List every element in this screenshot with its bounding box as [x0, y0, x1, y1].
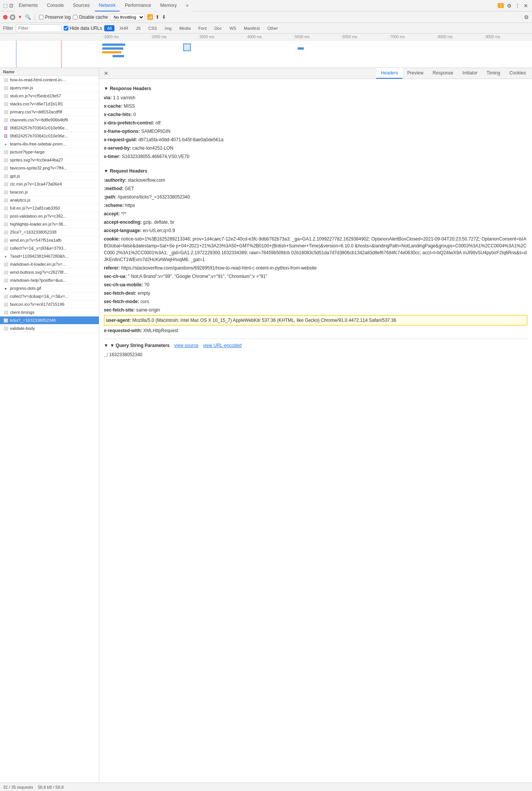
file-icon-gpt: ⬜ [3, 173, 8, 179]
file-item[interactable]: ⬜ 29ce?_=1632338052338 [0, 228, 99, 236]
file-icon-mdhelp: ⬜ [3, 278, 8, 283]
filter-btn-media[interactable]: Media [177, 25, 193, 31]
tab-headers[interactable]: Headers [376, 68, 403, 79]
search-button[interactable]: 🔍 [25, 14, 31, 20]
tab-elements[interactable]: Elements [15, 0, 42, 11]
wifi-icon: 📶 [147, 14, 153, 20]
file-item[interactable]: ⬜ primary.css?v=ddf152acdf9f [0, 108, 99, 116]
tab-preview[interactable]: Preview [403, 68, 428, 79]
file-item[interactable]: ⬜ analytics.js [0, 196, 99, 204]
file-item[interactable]: ⬜ beacon.js [0, 188, 99, 196]
request-headers-section[interactable]: ▼ Request Headers [104, 168, 527, 174]
file-item[interactable]: ⬜ favicons-sprite32.png?v=7ff4... [0, 164, 99, 172]
disable-cache-checkbox[interactable] [73, 15, 77, 19]
preserve-log-label[interactable]: Preserve log [39, 15, 71, 20]
file-item[interactable]: 🖼 0fd024257b703641c010e96e... [0, 124, 99, 132]
hide-data-urls-checkbox[interactable] [64, 26, 68, 31]
file-item[interactable]: ▸ progress-dots.gif [0, 284, 99, 292]
devtools-cursor-icon[interactable]: ⬚ [3, 3, 8, 8]
file-item[interactable]: ⬜ channels.css?v=8d8e906b4bf9 [0, 116, 99, 124]
tab-performance[interactable]: Performance [121, 0, 155, 11]
filter-btn-xhr[interactable]: XHR [117, 25, 131, 31]
file-item[interactable]: ⬜ post-validation.en.js?v=c362... [0, 212, 99, 220]
response-headers-section[interactable]: ▼ Response Headers [104, 86, 527, 91]
file-item[interactable]: ⬜ stub.en.js?v=cf5edcd19e57 [0, 92, 99, 100]
upload-icon[interactable]: ⬆ [155, 14, 160, 20]
file-item[interactable]: ⬜ how-to-read-html-content-in-... [0, 76, 99, 84]
filter-btn-js[interactable]: JS [133, 25, 143, 31]
hide-data-urls-label[interactable]: Hide data URLs [64, 26, 102, 31]
view-url-encoded-link[interactable]: view URL-encoded [203, 343, 242, 348]
file-item[interactable]: ⬜ jquery.min.js [0, 84, 99, 92]
file-item[interactable]: ⬜ client-timings [0, 308, 99, 316]
devtools-device-icon[interactable]: ⊡ [9, 3, 13, 8]
close-icon[interactable]: ✕ [523, 3, 529, 9]
tab-console[interactable]: Console [43, 0, 68, 11]
header-x-requested-with: x-requested-with: XMLHttpRequest [104, 326, 527, 335]
file-item[interactable]: ⬜ gpt.js [0, 172, 99, 180]
file-item[interactable]: ⬜ highlightjs-loader.en.js?v=38... [0, 220, 99, 228]
file-item[interactable]: ⬜ favicon.ico?v=ec617d715196 [0, 300, 99, 308]
file-item[interactable]: ▸ teams-illo-free-sidebar-prom... [0, 140, 99, 148]
file-item[interactable]: ⬜ sprites.svg?v=fcc0ea44ba27 [0, 156, 99, 164]
response-arrow-icon: ▼ [104, 86, 108, 91]
file-item[interactable]: ⬜ collect?v=dc&aip=1&_r=3&v=... [0, 292, 99, 300]
tab-sources[interactable]: Sources [69, 0, 94, 11]
file-item[interactable]: ⬜ markdown-it-loader.en.js?v=... [0, 260, 99, 268]
tab-more[interactable]: » [182, 0, 192, 11]
settings-icon[interactable]: ⚙ [506, 3, 512, 9]
filter-btn-doc[interactable]: Doc [212, 25, 225, 31]
record-button[interactable] [3, 15, 8, 19]
filter-input[interactable] [16, 24, 61, 32]
settings-icon-2[interactable]: ⚙ [524, 14, 529, 20]
throttle-select[interactable]: No throttling [110, 14, 145, 21]
more-icon[interactable]: ⋮ [514, 3, 521, 9]
tab-initiator[interactable]: Initiator [458, 68, 482, 79]
disable-cache-label[interactable]: Disable cache [73, 15, 108, 20]
filter-btn-manifest[interactable]: Manifest [241, 25, 263, 31]
right-panel: ✕ Headers Preview Response Initiator Tim… [99, 68, 532, 783]
view-source-link[interactable]: view source [174, 343, 198, 348]
tab-cookies[interactable]: Cookies [505, 68, 530, 79]
file-item[interactable]: ▸ ?asid=1109423819467280&h... [0, 252, 99, 260]
file-item[interactable]: ⬜ wmd.en.js?v=547f51ea1afb [0, 236, 99, 244]
close-panel-button[interactable]: ✕ [101, 69, 111, 78]
filter-btn-ws[interactable]: WS [227, 25, 239, 31]
clear-button[interactable] [10, 15, 15, 20]
file-icon-html: ⬜ [3, 77, 8, 82]
tab-timing[interactable]: Timing [482, 68, 505, 79]
timeline-red-cursor [61, 40, 61, 68]
header-xserved-by: x-served-by: cache-lon4252-LON [104, 144, 527, 152]
tab-memory[interactable]: Memory [156, 0, 181, 11]
filter-btn-img[interactable]: Img [162, 25, 174, 31]
file-icon-mdit: ⬜ [3, 262, 8, 267]
filter-btn-font[interactable]: Font [196, 25, 210, 31]
filter-btn-other[interactable]: Other [265, 25, 281, 31]
file-item[interactable]: ⬜ collect?v=1&_v=j93&a=3793... [0, 244, 99, 252]
file-item[interactable]: ⬜ clc.min.js?v=13ca473a06e4 [0, 180, 99, 188]
filter-btn-all[interactable]: All [104, 25, 114, 31]
file-item[interactable]: ⬜ picture?type=large [0, 148, 99, 156]
file-item[interactable]: ⬜ markdown-help?postfix=&us... [0, 276, 99, 284]
file-icon-img: 🖼 [3, 125, 8, 131]
tab-network[interactable]: Network [95, 0, 119, 11]
file-item[interactable]: ⬜ stacks.css?v=d6e71d1b13f1 [0, 100, 99, 108]
tab-response[interactable]: Response [428, 68, 458, 79]
file-item[interactable]: 🖼 0fd024257b703641c010e96e... [0, 132, 99, 140]
preserve-log-checkbox[interactable] [39, 15, 44, 19]
file-list-panel: Name ⬜ how-to-read-html-content-in-... ⬜… [0, 68, 99, 783]
header-sec-fetch-site: sec-fetch-site: same-origin [104, 306, 527, 314]
filter-btn-css[interactable]: CSS [146, 25, 160, 31]
file-icon-beacon: ⬜ [3, 189, 8, 195]
file-item[interactable]: ⬜ wmd-buttons.svg?v=c26278f... [0, 268, 99, 276]
download-icon[interactable]: ⬇ [162, 14, 166, 20]
filter-icon[interactable]: ▼ [18, 14, 23, 20]
file-icon-collect2: ⬜ [3, 294, 8, 299]
file-item-selected[interactable]: ⬜ ticks?_=1632338052340 [0, 316, 99, 324]
file-item[interactable]: ⬜ full.en.js?v=12a81cab3350 [0, 204, 99, 212]
file-item[interactable]: ⬜ validate-body [0, 324, 99, 333]
file-icon-wmdsvg: ⬜ [3, 270, 8, 275]
filter-label: Filter [3, 26, 13, 31]
header-xcache: x-cache: MISS [104, 102, 527, 110]
warning-badge[interactable]: 1 [498, 3, 504, 8]
